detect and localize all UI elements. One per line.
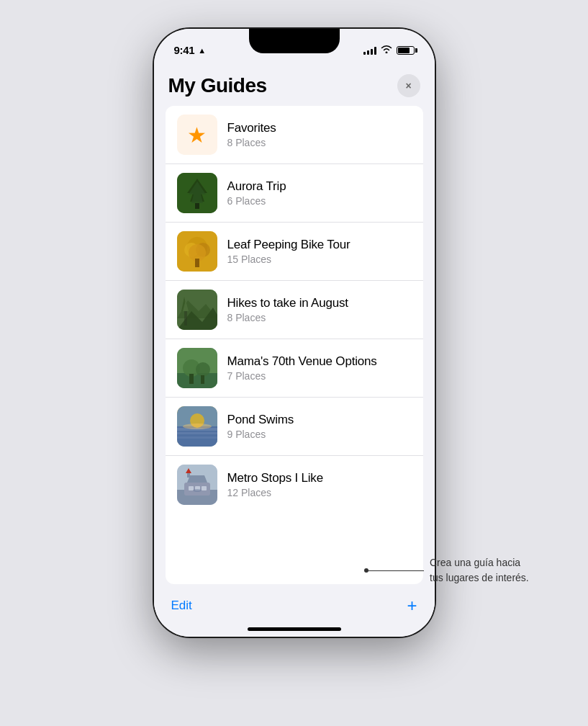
signal-bars [363,46,376,55]
guide-title: Mama's 70th Venue Options [227,354,412,369]
guide-text-favorites: Favorites 8 Places [227,121,412,148]
close-icon: × [405,81,411,91]
battery-icon [397,46,415,55]
edit-button[interactable]: Edit [171,599,192,613]
iphone-screen: 9:41 ▲ [154,29,435,637]
svg-rect-33 [189,486,194,490]
bottom-bar: Edit + [154,584,435,627]
guide-title: Hikes to take in August [227,296,412,310]
list-item[interactable]: Pond Swims 9 Places [166,398,423,456]
guide-title: Leaf Peeping Bike Tour [227,238,412,252]
header: My Guides × [154,63,435,106]
signal-bar-3 [371,49,373,55]
list-item[interactable]: Leaf Peeping Bike Tour 15 Places [166,223,423,281]
guide-title: Pond Swims [227,413,412,427]
annotation-text: Crea una guía haciatus lugares de interé… [430,555,545,586]
guide-subtitle: 12 Places [227,487,412,498]
leaf-tree-svg [177,231,217,272]
list-item[interactable]: Hikes to take in August 8 Places [166,281,423,339]
svg-rect-9 [195,259,199,267]
list-item[interactable]: Aurora Trip 6 Places [166,164,423,223]
signal-bar-2 [367,50,369,55]
pond-svg [177,406,217,447]
wifi-icon [381,45,392,55]
home-indicator [248,627,341,631]
guide-title: Aurora Trip [227,179,412,194]
signal-bar-4 [374,47,376,55]
svg-rect-28 [177,436,217,439]
main-content: My Guides × ★ Favorites 8 Places [154,63,435,637]
guide-thumbnail-leaf [177,231,217,272]
guide-text-pond: Pond Swims 9 Places [227,413,412,440]
guide-title: Metro Stops I Like [227,471,412,485]
star-icon: ★ [187,122,207,148]
status-icons [363,45,415,55]
svg-rect-20 [189,374,194,384]
annotation-line [366,570,424,571]
guide-text-metro: Metro Stops I Like 12 Places [227,471,412,498]
guide-subtitle: 6 Places [227,195,412,207]
status-time: 9:41 [174,44,195,56]
annotation: Crea una guía haciatus lugares de interé… [366,555,545,586]
signal-bar-1 [363,52,366,55]
svg-rect-35 [202,486,207,490]
battery-fill [398,48,410,53]
svg-point-19 [196,362,210,377]
guide-thumbnail-metro [177,465,217,505]
guide-text-aurora: Aurora Trip 6 Places [227,179,412,207]
metro-svg [177,465,217,505]
guide-title: Favorites [227,121,412,135]
guide-subtitle: 7 Places [227,370,412,382]
guide-subtitle: 15 Places [227,254,412,265]
aurora-tree-svg [177,173,217,213]
guide-thumbnail-favorites: ★ [177,115,217,155]
svg-marker-32 [187,475,207,483]
guide-thumbnail-mama [177,348,217,388]
guide-text-leaf: Leaf Peeping Bike Tour 15 Places [227,238,412,265]
svg-rect-13 [184,311,187,326]
svg-rect-17 [177,373,217,388]
add-button[interactable]: + [407,597,417,614]
location-icon: ▲ [198,46,206,55]
mama-svg [177,348,217,388]
list-item[interactable]: Metro Stops I Like 12 Places [166,456,423,514]
hikes-svg [177,290,217,330]
svg-rect-21 [201,375,204,384]
svg-rect-27 [177,432,217,434]
notch [249,29,340,53]
list-item[interactable]: Mama's 70th Venue Options 7 Places [166,339,423,398]
list-item[interactable]: ★ Favorites 8 Places [166,106,423,164]
close-button[interactable]: × [397,74,420,97]
guides-list: ★ Favorites 8 Places [166,106,423,584]
svg-point-38 [193,489,202,492]
guide-thumbnail-pond [177,406,217,447]
guide-text-hikes: Hikes to take in August 8 Places [227,296,412,323]
guide-subtitle: 9 Places [227,429,412,440]
guide-subtitle: 8 Places [227,137,412,148]
guide-subtitle: 8 Places [227,312,412,323]
svg-rect-3 [195,203,199,209]
annotation-dot [364,568,368,573]
guide-thumbnail-aurora [177,173,217,213]
guide-thumbnail-hikes [177,290,217,330]
page-title: My Guides [168,74,267,97]
svg-rect-26 [177,428,217,431]
guide-text-mama: Mama's 70th Venue Options 7 Places [227,354,412,382]
